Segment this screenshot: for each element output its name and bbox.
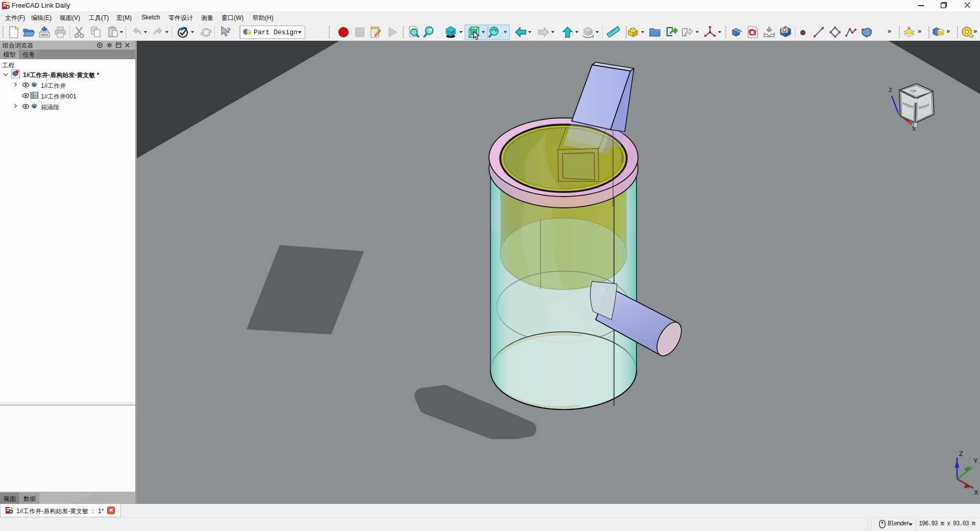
svg-text:X: X <box>974 489 978 496</box>
svg-text:Z: Z <box>959 450 963 457</box>
svg-text:TOP: TOP <box>910 89 917 93</box>
svg-text:Z: Z <box>889 86 892 93</box>
svg-text:Y: Y <box>973 457 978 465</box>
